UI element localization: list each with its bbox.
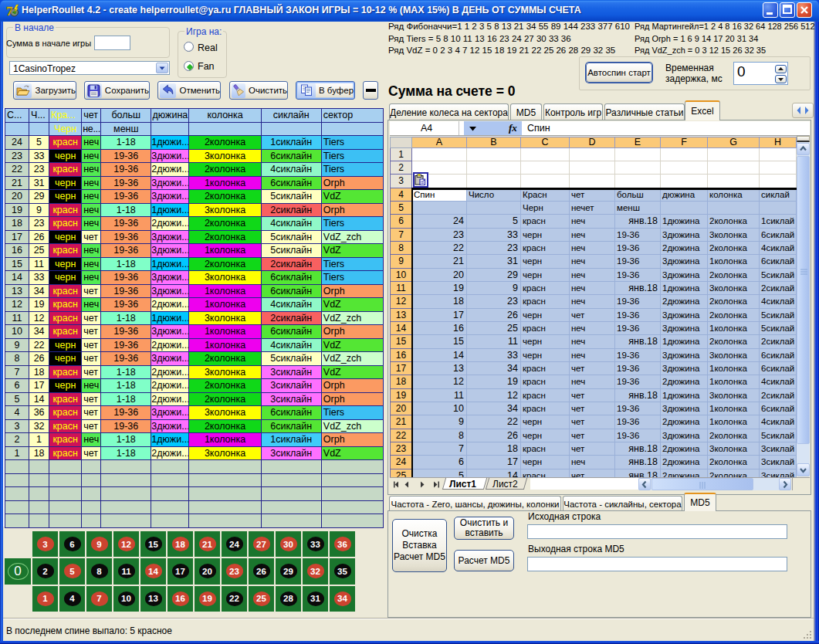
svg-text:7: 7 [6, 4, 13, 19]
